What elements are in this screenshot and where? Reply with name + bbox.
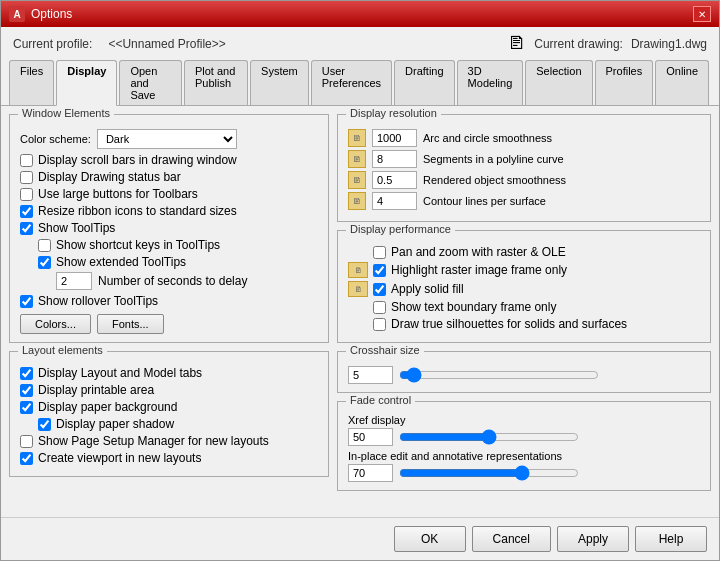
scroll-bars-label: Display scroll bars in drawing window [38, 153, 237, 167]
tab-selection[interactable]: Selection [525, 60, 592, 105]
large-buttons-checkbox[interactable] [20, 188, 33, 201]
cb-paper-background: Display paper background [20, 400, 318, 414]
extended-tooltips-checkbox[interactable] [38, 256, 51, 269]
color-scheme-row: Color scheme: Dark Light [20, 129, 318, 149]
layout-elements-content: Display Layout and Model tabs Display pr… [20, 366, 318, 465]
silhouettes-checkbox[interactable] [373, 318, 386, 331]
paper-background-checkbox[interactable] [20, 401, 33, 414]
colors-button[interactable]: Colors... [20, 314, 91, 334]
extended-tooltips-label: Show extended ToolTips [56, 255, 186, 269]
window-elements-content: Color scheme: Dark Light Display scroll … [20, 129, 318, 334]
highlight-raster-label: Highlight raster image frame only [391, 263, 567, 277]
delay-input[interactable] [56, 272, 92, 290]
tab-files[interactable]: Files [9, 60, 54, 105]
fade-control-content: Xref display In-place edit and annotativ… [348, 414, 700, 482]
xref-value-input[interactable] [348, 428, 393, 446]
tab-plot-publish[interactable]: Plot and Publish [184, 60, 248, 105]
cb-extended-tooltips: Show extended ToolTips [38, 255, 318, 269]
cb-rollover: Show rollover ToolTips [20, 294, 318, 308]
cb-shortcut-keys: Show shortcut keys in ToolTips [38, 238, 318, 252]
scroll-bars-checkbox[interactable] [20, 154, 33, 167]
app-icon: A [9, 6, 25, 22]
cb-viewport: Create viewport in new layouts [20, 451, 318, 465]
highlight-raster-checkbox[interactable] [373, 264, 386, 277]
cancel-button[interactable]: Cancel [472, 526, 551, 552]
fade-control-group: Fade control Xref display In-place edit … [337, 401, 711, 491]
paper-background-label: Display paper background [38, 400, 177, 414]
res-row-0: 🖹 Arc and circle smoothness [348, 129, 700, 147]
inplace-value-input[interactable] [348, 464, 393, 482]
right-panel: Display resolution 🖹 Arc and circle smoo… [337, 114, 711, 509]
inplace-slider[interactable] [399, 465, 579, 481]
polyline-segments-input[interactable] [372, 150, 417, 168]
close-button[interactable]: ✕ [693, 6, 711, 22]
contour-lines-input[interactable] [372, 192, 417, 210]
viewport-checkbox[interactable] [20, 452, 33, 465]
title-controls: ✕ [693, 6, 711, 22]
show-tooltips-checkbox[interactable] [20, 222, 33, 235]
perf-row-1: 🖹 Highlight raster image frame only [348, 262, 700, 278]
tab-open-save[interactable]: Open and Save [119, 60, 182, 105]
shortcut-keys-checkbox[interactable] [38, 239, 51, 252]
tab-online[interactable]: Online [655, 60, 709, 105]
solid-fill-checkbox[interactable] [373, 283, 386, 296]
window-elements-group: Window Elements Color scheme: Dark Light… [9, 114, 329, 343]
display-performance-content: Pan and zoom with raster & OLE 🖹 Highlig… [348, 245, 700, 331]
show-tooltips-label: Show ToolTips [38, 221, 115, 235]
layout-tabs-checkbox[interactable] [20, 367, 33, 380]
delay-label: Number of seconds to delay [98, 274, 247, 288]
apply-button[interactable]: Apply [557, 526, 629, 552]
xref-slider-row [348, 428, 700, 446]
crosshair-title: Crosshair size [346, 344, 424, 356]
res-row-1: 🖹 Segments in a polyline curve [348, 150, 700, 168]
status-bar-checkbox[interactable] [20, 171, 33, 184]
ribbon-icons-checkbox[interactable] [20, 205, 33, 218]
drawing-label: Current drawing: [534, 37, 623, 51]
tab-display[interactable]: Display [56, 60, 117, 106]
status-bar-label: Display Drawing status bar [38, 170, 181, 184]
fonts-button[interactable]: Fonts... [97, 314, 164, 334]
tab-3d-modeling[interactable]: 3D Modeling [457, 60, 524, 105]
cb-ribbon-icons: Resize ribbon icons to standard sizes [20, 204, 318, 218]
contour-lines-label: Contour lines per surface [423, 195, 546, 207]
perf-row-2: 🖹 Apply solid fill [348, 281, 700, 297]
perf-icon-1: 🖹 [348, 262, 368, 278]
tab-drafting[interactable]: Drafting [394, 60, 455, 105]
printable-area-checkbox[interactable] [20, 384, 33, 397]
tab-user-prefs[interactable]: User Preferences [311, 60, 392, 105]
cb-large-buttons: Use large buttons for Toolbars [20, 187, 318, 201]
display-resolution-content: 🖹 Arc and circle smoothness 🖹 Segments i… [348, 129, 700, 210]
page-setup-checkbox[interactable] [20, 435, 33, 448]
rendered-smoothness-label: Rendered object smoothness [423, 174, 566, 186]
paper-shadow-checkbox[interactable] [38, 418, 51, 431]
printable-area-label: Display printable area [38, 383, 154, 397]
text-boundary-checkbox[interactable] [373, 301, 386, 314]
perf-icon-2: 🖹 [348, 281, 368, 297]
pan-zoom-checkbox[interactable] [373, 246, 386, 259]
page-setup-label: Show Page Setup Manager for new layouts [38, 434, 269, 448]
crosshair-slider[interactable] [399, 367, 599, 383]
color-scheme-select[interactable]: Dark Light [97, 129, 237, 149]
cb-paper-shadow: Display paper shadow [38, 417, 318, 431]
res-icon-2: 🖹 [348, 171, 366, 189]
crosshair-value-input[interactable] [348, 366, 393, 384]
xref-slider[interactable] [399, 429, 579, 445]
tab-profiles[interactable]: Profiles [595, 60, 654, 105]
cb-page-setup: Show Page Setup Manager for new layouts [20, 434, 318, 448]
res-icon-3: 🖹 [348, 192, 366, 210]
crosshair-slider-row [348, 366, 700, 384]
arc-smoothness-input[interactable] [372, 129, 417, 147]
tab-system[interactable]: System [250, 60, 309, 105]
ok-button[interactable]: OK [394, 526, 466, 552]
help-button[interactable]: Help [635, 526, 707, 552]
rendered-smoothness-input[interactable] [372, 171, 417, 189]
options-dialog: A Options ✕ Current profile: <<Unnamed P… [0, 0, 720, 561]
delay-row: Number of seconds to delay [56, 272, 318, 290]
drawing-icon: 🖹 [508, 33, 526, 54]
title-bar-left: A Options [9, 6, 72, 22]
silhouettes-label: Draw true silhouettes for solids and sur… [391, 317, 627, 331]
solid-fill-label: Apply solid fill [391, 282, 464, 296]
cb-layout-tabs: Display Layout and Model tabs [20, 366, 318, 380]
rollover-checkbox[interactable] [20, 295, 33, 308]
left-panel: Window Elements Color scheme: Dark Light… [9, 114, 329, 509]
